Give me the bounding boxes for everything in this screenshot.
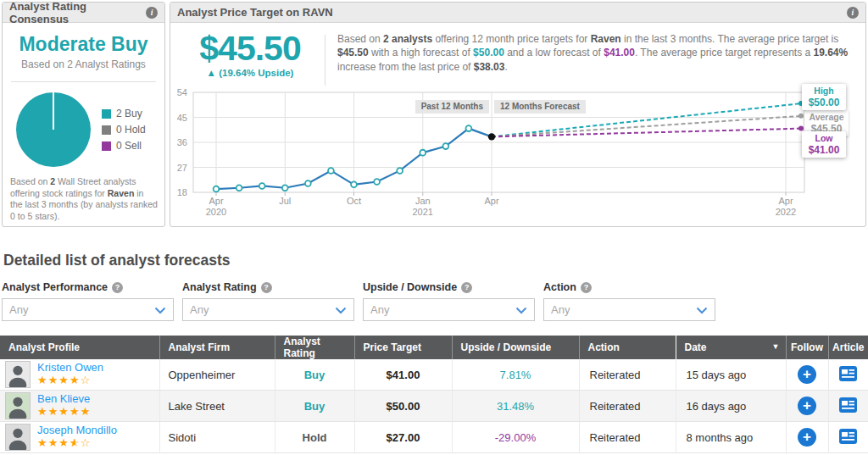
svg-text:Jul: Jul <box>279 196 291 206</box>
star-rating: ★★★★★ <box>37 406 91 419</box>
price-target-panel-title: Analyst Price Target on RAVN <box>177 6 333 19</box>
filter-label: Analyst Performance ? <box>2 281 174 293</box>
analyst-rating: Hold <box>275 422 354 453</box>
analyst-name-link[interactable]: Joseph Mondillo <box>37 424 117 436</box>
filters-row: Analyst Performance ? Any Analyst Rating… <box>2 281 868 321</box>
analyst-avatar[interactable] <box>5 424 31 451</box>
col-analyst-profile[interactable]: Analyst Profile <box>0 336 159 359</box>
analyst-rating-select[interactable]: Any <box>182 298 354 321</box>
selected-value: Any <box>190 303 209 316</box>
consensus-rating: Moderate Buy <box>3 33 164 56</box>
ratings-pie-row: 2 Buy 0 Hold 0 Sell <box>3 82 164 167</box>
help-icon[interactable]: ? <box>261 282 272 293</box>
star-rating: ★★★★☆☆ <box>37 437 117 450</box>
analyst-profile-cell: Ben Klieve ★★★★★ <box>0 391 159 421</box>
filter-label: Analyst Rating ? <box>182 281 354 293</box>
date: 8 months ago <box>676 422 786 453</box>
col-action[interactable]: Action <box>579 336 676 359</box>
col-upside-downside[interactable]: Upside / Downside <box>452 336 579 359</box>
consensus-footnote: Based on 2 Wall Street analysts offering… <box>3 167 164 223</box>
svg-text:Oct: Oct <box>347 196 361 206</box>
ratings-pie-chart <box>16 92 91 167</box>
price-target: $41.00 <box>354 359 452 391</box>
follow-button[interactable]: + <box>798 428 816 447</box>
selected-value: Any <box>9 303 28 316</box>
help-icon[interactable]: ? <box>112 282 123 293</box>
average-label: Average <box>809 112 844 123</box>
info-icon[interactable]: i <box>847 7 859 19</box>
legend-item-hold: 0 Hold <box>102 124 146 136</box>
high-forecast-callout: High $50.00 <box>802 84 846 110</box>
analyst-name-link[interactable]: Kristen Owen <box>37 362 103 374</box>
price-target-panel: Analyst Price Target on RAVN i $45.50 ▲ … <box>170 2 866 227</box>
consensus-panel: Analyst Rating Consensus i Moderate Buy … <box>2 2 165 227</box>
consensus-subtitle: Based on 2 Analyst Ratings <box>3 58 164 70</box>
table-header-row: Analyst Profile Analyst Firm Analyst Rat… <box>0 336 868 359</box>
col-follow: Follow <box>786 336 828 359</box>
article-button[interactable] <box>839 397 857 413</box>
consensus-panel-header: Analyst Rating Consensus i <box>3 3 164 23</box>
article-icon <box>839 366 857 381</box>
selected-value: Any <box>551 303 570 316</box>
follow-button[interactable]: + <box>798 365 816 384</box>
action-select[interactable]: Any <box>543 298 715 321</box>
svg-text:2021: 2021 <box>413 207 433 217</box>
upside-downside: -29.00% <box>452 422 579 453</box>
divider <box>325 35 326 86</box>
filter-upside-downside: Upside / Downside ? Any <box>363 281 535 321</box>
chevron-down-icon <box>515 307 527 314</box>
col-price-target[interactable]: Price Target <box>354 336 452 359</box>
chevron-down-icon <box>335 307 347 314</box>
legend-label: 2 Buy <box>116 108 142 119</box>
analyst-rating: Buy <box>275 391 354 422</box>
analyst-row: Ben Klieve ★★★★★ Lake Street Buy $50.00 … <box>0 391 868 422</box>
legend-label: 0 Hold <box>116 124 146 136</box>
date: 15 days ago <box>676 359 786 391</box>
filter-action: Action ? Any <box>543 281 715 321</box>
follow-button[interactable]: + <box>798 397 816 415</box>
chevron-down-icon <box>696 307 708 314</box>
article-icon <box>839 429 857 444</box>
price-target: $50.00 <box>354 391 452 422</box>
svg-text:18: 18 <box>177 187 187 197</box>
svg-text:Apr: Apr <box>484 196 498 206</box>
filter-label: Upside / Downside ? <box>363 281 535 293</box>
forecast-period-label: 12 Months Forecast <box>494 100 586 114</box>
svg-text:Jan: Jan <box>415 196 431 206</box>
analyst-profile-cell: Kristen Owen ★★★★☆ <box>0 359 159 390</box>
svg-text:54: 54 <box>177 89 187 97</box>
article-button[interactable] <box>839 366 857 381</box>
upside-percent: ▲ (19.64% Upside) <box>187 68 313 78</box>
svg-text:Apr: Apr <box>778 196 793 206</box>
analyst-name-link[interactable]: Ben Klieve <box>37 393 91 405</box>
svg-text:2020: 2020 <box>206 207 226 217</box>
article-icon <box>839 397 857 413</box>
analyst-performance-select[interactable]: Any <box>2 298 174 321</box>
svg-text:Apr: Apr <box>209 196 223 206</box>
svg-text:27: 27 <box>177 163 187 173</box>
price-target: $27.00 <box>354 422 452 453</box>
chevron-down-icon <box>154 307 166 314</box>
average-price-value: $45.50 <box>187 30 313 67</box>
analyst-rating: Buy <box>275 359 354 391</box>
info-icon[interactable]: i <box>146 7 158 19</box>
low-value: $41.00 <box>806 144 842 156</box>
help-icon[interactable]: ? <box>461 282 472 293</box>
article-button[interactable] <box>839 429 857 444</box>
analyst-avatar[interactable] <box>5 361 31 388</box>
upside-downside: 31.48% <box>452 391 579 422</box>
analyst-avatar[interactable] <box>5 392 31 419</box>
buy-swatch-icon <box>102 109 111 119</box>
analyst-firm: Sidoti <box>159 422 275 453</box>
sell-swatch-icon <box>102 141 111 151</box>
upside-downside-select[interactable]: Any <box>363 298 535 321</box>
date: 16 days ago <box>676 391 786 422</box>
svg-text:45: 45 <box>177 113 187 123</box>
action: Reiterated <box>579 391 676 422</box>
filter-analyst-performance: Analyst Performance ? Any <box>2 281 174 321</box>
average-price-target: $45.50 ▲ (19.64% Upside) <box>187 30 313 87</box>
col-date[interactable]: Date ▼ <box>676 336 786 359</box>
col-analyst-firm[interactable]: Analyst Firm <box>159 336 275 359</box>
help-icon[interactable]: ? <box>581 282 592 293</box>
col-analyst-rating[interactable]: Analyst Rating <box>275 336 354 359</box>
